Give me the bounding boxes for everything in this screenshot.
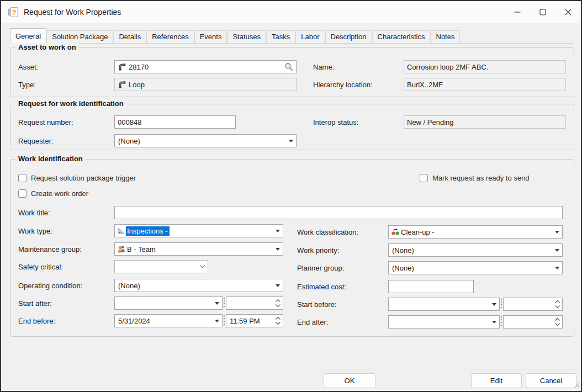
tab-references[interactable]: References bbox=[146, 30, 194, 43]
chevron-down-icon[interactable] bbox=[211, 315, 222, 327]
interop-status-field: New / Pending bbox=[404, 115, 566, 129]
spinner-buttons[interactable] bbox=[273, 315, 283, 327]
swap-nodes-icon bbox=[391, 227, 400, 236]
chevron-down-icon[interactable] bbox=[489, 298, 499, 310]
maximize-button[interactable] bbox=[530, 1, 555, 23]
work-type-label: Work type: bbox=[18, 224, 52, 237]
tab-description[interactable]: Description bbox=[325, 30, 372, 43]
checkbox-request-solution-package-trigger[interactable]: Request solution package trigger bbox=[18, 173, 136, 183]
work-classification-combobox[interactable]: Clean-up - bbox=[388, 225, 563, 239]
edit-button[interactable]: Edit bbox=[471, 373, 522, 388]
start-before-time-spinner[interactable] bbox=[503, 298, 563, 311]
close-button[interactable] bbox=[555, 1, 581, 23]
spin-up-icon bbox=[555, 300, 560, 303]
maintenance-group-label: Maintenance group: bbox=[18, 242, 82, 256]
svg-text:?: ? bbox=[12, 9, 17, 17]
end-after-label: End after: bbox=[297, 315, 328, 329]
tab-tasks[interactable]: Tasks bbox=[266, 30, 295, 43]
requester-combobox[interactable]: (None) bbox=[114, 134, 297, 147]
request-number-value: 000848 bbox=[118, 118, 141, 126]
asset-field[interactable]: 28170 bbox=[114, 60, 297, 73]
chevron-down-icon[interactable] bbox=[272, 243, 283, 255]
spinner-buttons[interactable] bbox=[553, 298, 562, 310]
work-classification-value: Clean-up - bbox=[400, 228, 435, 236]
request-number-label: Request number: bbox=[18, 115, 73, 129]
spinner-buttons[interactable] bbox=[553, 316, 562, 328]
planner-group-combobox[interactable]: (None) bbox=[388, 261, 563, 274]
checkbox-create-work-order[interactable]: Create work order bbox=[18, 188, 88, 198]
checkbox-box[interactable] bbox=[18, 189, 27, 198]
resize-grip[interactable] bbox=[573, 381, 580, 390]
search-icon[interactable] bbox=[284, 62, 293, 71]
request-number-field[interactable]: 000848 bbox=[114, 115, 236, 129]
asset-value: 28170 bbox=[129, 63, 149, 71]
operating-condition-value: (None) bbox=[117, 282, 140, 290]
tab-solution-package[interactable]: Solution Package bbox=[46, 30, 113, 43]
tab-characteristics[interactable]: Characteristics bbox=[372, 30, 431, 43]
chevron-down-icon[interactable] bbox=[211, 297, 222, 309]
work-type-value: Inspections - bbox=[126, 226, 170, 236]
requester-value: (None) bbox=[117, 137, 140, 145]
estimated-cost-field[interactable] bbox=[388, 280, 474, 293]
team-people-icon bbox=[117, 245, 126, 253]
tab-labor[interactable]: Labor bbox=[295, 30, 325, 43]
minimize-button[interactable] bbox=[505, 1, 530, 23]
chevron-down-icon[interactable] bbox=[489, 316, 499, 328]
end-before-time-value: 11:59 PM bbox=[229, 317, 260, 325]
chevron-down-icon[interactable] bbox=[272, 225, 283, 237]
tab-statuses[interactable]: Statuses bbox=[227, 30, 266, 43]
inspection-ramp-icon bbox=[117, 226, 126, 235]
start-after-date-picker[interactable] bbox=[114, 296, 223, 310]
window-title: Request for Work Properties bbox=[24, 8, 121, 17]
tab-general[interactable]: General bbox=[10, 28, 46, 44]
tab-details[interactable]: Details bbox=[113, 30, 146, 43]
dotted-divider bbox=[501, 299, 502, 310]
estimated-cost-label: Estimated cost: bbox=[297, 280, 346, 293]
help-page-icon: ? bbox=[8, 7, 19, 18]
group-title: Asset to work on bbox=[15, 43, 79, 51]
checkbox-mark-request-ready-to-send[interactable]: Mark request as ready to send bbox=[420, 173, 530, 183]
chevron-down-icon[interactable] bbox=[197, 261, 208, 273]
spin-down-icon bbox=[555, 323, 560, 326]
end-after-date-picker[interactable] bbox=[388, 315, 500, 329]
end-before-time-spinner[interactable]: 11:59 PM bbox=[226, 314, 283, 327]
end-before-label: End before: bbox=[18, 314, 55, 327]
maintenance-group-value: B - Team bbox=[126, 245, 156, 253]
work-title-field[interactable] bbox=[114, 206, 563, 219]
cancel-button[interactable]: Cancel bbox=[526, 373, 576, 388]
chevron-down-icon[interactable] bbox=[272, 279, 283, 292]
end-after-time-spinner[interactable] bbox=[503, 315, 563, 329]
work-classification-label: Work classification: bbox=[297, 225, 358, 239]
spin-down-icon bbox=[276, 304, 281, 307]
type-value: Loop bbox=[129, 81, 145, 89]
work-title-label: Work title: bbox=[18, 206, 50, 219]
planner-group-label: Planner group: bbox=[297, 261, 344, 274]
tab-strip: General Solution Package Details Referen… bbox=[10, 28, 573, 44]
ok-button[interactable]: OK bbox=[324, 373, 375, 388]
name-field: Corrosion loop 2MF ABC. bbox=[404, 60, 566, 73]
chevron-down-icon[interactable] bbox=[285, 135, 296, 147]
tab-notes[interactable]: Notes bbox=[431, 30, 461, 43]
maintenance-group-combobox[interactable]: B - Team bbox=[114, 242, 283, 256]
chevron-down-icon[interactable] bbox=[552, 226, 562, 238]
work-type-combobox[interactable]: Inspections - bbox=[114, 224, 283, 237]
spinner-buttons[interactable] bbox=[273, 297, 283, 309]
safety-critical-combobox[interactable] bbox=[114, 260, 208, 273]
title-bar: ? Request for Work Properties bbox=[1, 1, 581, 23]
spin-down-icon bbox=[555, 305, 560, 308]
chevron-down-icon[interactable] bbox=[552, 262, 562, 274]
work-priority-combobox[interactable]: (None) bbox=[388, 243, 563, 257]
chevron-down-icon[interactable] bbox=[552, 244, 562, 256]
dotted-divider bbox=[501, 316, 502, 327]
tab-events[interactable]: Events bbox=[194, 30, 227, 43]
checkbox-box[interactable] bbox=[420, 174, 428, 182]
dotted-divider bbox=[224, 315, 225, 326]
checkbox-label: Request solution package trigger bbox=[31, 174, 136, 182]
operating-condition-combobox[interactable]: (None) bbox=[114, 279, 283, 292]
start-after-time-spinner[interactable] bbox=[226, 296, 283, 310]
end-before-date-picker[interactable]: 5/31/2024 bbox=[114, 314, 223, 327]
checkbox-box[interactable] bbox=[18, 174, 27, 182]
start-before-date-picker[interactable] bbox=[388, 298, 500, 311]
start-before-label: Start before: bbox=[297, 298, 337, 311]
spin-up-icon bbox=[555, 318, 560, 321]
